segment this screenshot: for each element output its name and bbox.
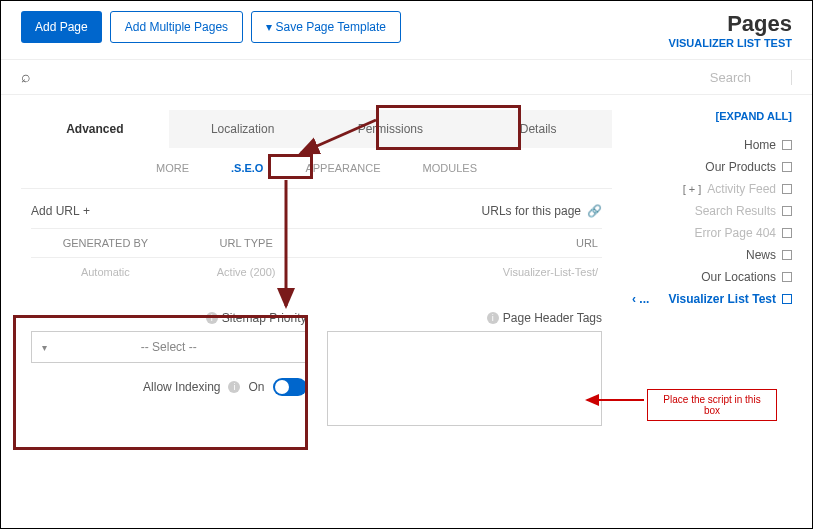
page-header-tags-label: Page Header Tags (503, 311, 602, 325)
subtab-more[interactable]: MORE (150, 158, 195, 178)
link-icon: 🔗 (587, 204, 602, 218)
page-subtitle: VISUALIZER LIST TEST (669, 37, 792, 49)
url-cell-url: /Visualizer-List-Test (317, 266, 599, 278)
subtab-modules[interactable]: MODULES (417, 158, 483, 178)
search-input[interactable]: Search (690, 70, 792, 85)
chevron-icon: ... › (632, 292, 649, 306)
sidebar-item-news[interactable]: News (632, 244, 792, 266)
sidebar-item-visualizer-list-test[interactable]: Visualizer List Test... › (632, 288, 792, 310)
sidebar-item-404-error-page[interactable]: 404 Error Page (632, 222, 792, 244)
url-header-gen: GENERATED BY (35, 237, 176, 249)
annotation-box: Place the script in this box (647, 389, 777, 421)
sidebar-item-our-products[interactable]: Our Products (632, 156, 792, 178)
urls-title: URLs for this page (482, 204, 581, 218)
info-icon[interactable]: i (487, 312, 499, 324)
url-cell-type: Active (200) (176, 266, 317, 278)
search-icon[interactable]: ⌕ (21, 68, 31, 86)
highlight-seo-subtab (268, 154, 313, 179)
highlight-advanced-tab (376, 105, 521, 150)
tab-localization[interactable]: Localization (169, 110, 317, 148)
expand-all-link[interactable]: [EXPAND ALL] (632, 110, 792, 122)
page-title: Pages (669, 11, 792, 37)
save-page-template-button[interactable]: Save Page Template ▾ (251, 11, 401, 43)
highlight-header-tags-box (13, 315, 308, 450)
add-page-button[interactable]: Add Page (21, 11, 102, 43)
sidebar-item-home[interactable]: Home (632, 134, 792, 156)
url-header-url: URL (317, 237, 599, 249)
subtab-seo[interactable]: S.E.O. (225, 158, 269, 178)
add-multiple-pages-button[interactable]: Add Multiple Pages (110, 11, 243, 43)
add-url-button[interactable]: + Add URL (31, 204, 90, 218)
url-header-type: URL TYPE (176, 237, 317, 249)
page-header-tags-input[interactable] (327, 331, 603, 426)
sidebar-item-search-results[interactable]: Search Results (632, 200, 792, 222)
sidebar-item-our-locations[interactable]: Our Locations (632, 266, 792, 288)
sidebar-item-activity-feed[interactable]: Activity Feed[ + ] (632, 178, 792, 200)
url-cell-gen: Automatic (35, 266, 176, 278)
tab-advanced[interactable]: Advanced (21, 110, 169, 148)
